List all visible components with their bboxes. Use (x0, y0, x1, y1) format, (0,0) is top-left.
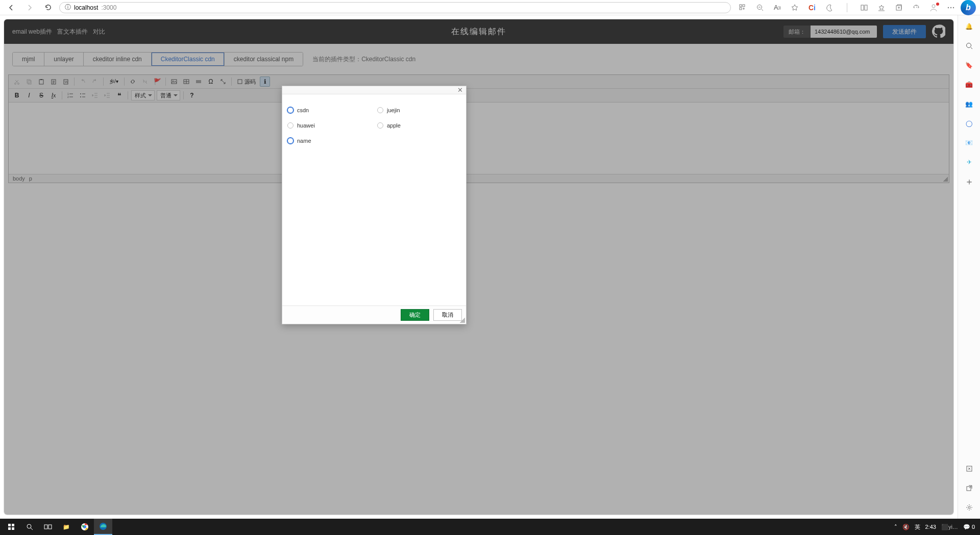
about-icon[interactable]: ? (187, 90, 197, 100)
special-char-icon[interactable]: Ω (206, 77, 216, 87)
volume-mute-icon[interactable]: 🔇 (902, 524, 910, 530)
bold-icon[interactable]: B (12, 90, 22, 100)
send-button[interactable]: 发送邮件 (883, 25, 926, 38)
split-screen-icon[interactable] (856, 1, 872, 15)
resize-grip-icon[interactable] (943, 176, 948, 182)
chrome-icon[interactable] (76, 519, 94, 535)
resize-grip-icon[interactable] (460, 318, 465, 323)
header-link[interactable]: email web插件 (12, 28, 52, 36)
outdent-icon[interactable] (90, 90, 100, 100)
site-info-icon[interactable]: ⓘ (65, 3, 71, 12)
sidebar-m365-icon[interactable]: ◯ (961, 115, 977, 132)
extension-moon-icon[interactable] (822, 1, 837, 15)
sidebar-briefcase-icon[interactable]: 🧰 (961, 77, 977, 93)
back-button[interactable] (4, 1, 18, 15)
undo-icon[interactable] (78, 77, 88, 87)
task-view-button[interactable] (39, 519, 57, 535)
forward-button[interactable] (22, 1, 37, 15)
numbered-list-icon[interactable]: 12 (65, 90, 76, 100)
radio-option-huawei[interactable]: huawei (287, 118, 371, 133)
tray-chevron-icon[interactable]: ˄ (894, 524, 897, 530)
anchor-icon[interactable]: 🚩 (152, 77, 162, 87)
unlink-icon[interactable] (140, 77, 150, 87)
profile-icon[interactable] (926, 1, 941, 15)
remove-format-icon[interactable]: Ix (48, 90, 59, 100)
radio-icon (377, 107, 383, 113)
header-link[interactable]: 富文本插件 (57, 28, 88, 36)
copy-icon[interactable] (24, 77, 34, 87)
favorite-icon[interactable] (787, 1, 802, 15)
sidebar-outlook-icon[interactable]: 📧 (961, 135, 977, 151)
more-menu-icon[interactable] (943, 1, 959, 15)
extension-c-icon[interactable]: Ci (804, 1, 820, 15)
radio-option-csdn[interactable]: csdn (287, 103, 371, 118)
sidebar-tools-icon[interactable] (961, 461, 977, 477)
paste-icon[interactable] (36, 77, 46, 87)
github-icon[interactable] (932, 24, 945, 39)
strike-icon[interactable]: S (36, 90, 46, 100)
sidebar-bell-icon[interactable]: 🔔 (961, 18, 977, 35)
reload-button[interactable] (41, 1, 55, 15)
zoom-out-icon[interactable] (752, 1, 768, 15)
sidebar-people-icon[interactable]: 👥 (961, 96, 977, 112)
tab-ckeditor-classic-npm[interactable]: ckeditor classical npm (225, 53, 303, 66)
italic-icon[interactable]: I (24, 90, 34, 100)
sidebar-send-icon[interactable]: ✈ (961, 154, 977, 170)
sidebar-add-icon[interactable]: ＋ (961, 173, 977, 190)
file-explorer-icon[interactable]: 📁 (57, 519, 76, 535)
header-link[interactable]: 对比 (93, 28, 105, 36)
hr-icon[interactable] (193, 77, 204, 87)
bing-copilot-icon[interactable] (961, 1, 976, 15)
ok-button[interactable]: 确定 (401, 309, 429, 321)
styles-select[interactable]: 样式 (131, 90, 155, 100)
radio-option-name[interactable]: name (287, 133, 371, 148)
search-button[interactable] (20, 519, 39, 535)
radio-option-juejin[interactable]: juejin (377, 103, 461, 118)
link-icon[interactable] (128, 77, 138, 87)
help-icon[interactable]: ℹ (260, 77, 270, 87)
close-icon[interactable]: ✕ (457, 87, 463, 93)
format-select[interactable]: 普通 (157, 90, 180, 100)
tab-mjml[interactable]: mjml (13, 53, 44, 66)
editor-content-area[interactable] (9, 103, 949, 174)
start-button[interactable] (2, 519, 20, 535)
edge-icon[interactable] (94, 519, 112, 535)
radio-label: huawei (297, 122, 315, 129)
tab-ckeditor-inline-cdn[interactable]: ckeditor inline cdn (84, 53, 152, 66)
sidebar-search-icon[interactable] (961, 38, 977, 54)
notification-center[interactable]: 💬0 (963, 524, 975, 530)
collections-icon[interactable] (891, 1, 906, 15)
tab-ckeditor-classic-cdn[interactable]: CkeditorClassic cdn (152, 53, 225, 66)
apps-icon[interactable] (735, 1, 750, 15)
radio-option-apple[interactable]: apple (377, 118, 461, 133)
redo-icon[interactable] (90, 77, 100, 87)
paste-text-icon[interactable] (48, 77, 59, 87)
bulleted-list-icon[interactable] (78, 90, 88, 100)
user-badge[interactable]: ⬛yi… (941, 524, 958, 530)
ime-indicator[interactable]: 英 (915, 523, 920, 531)
element-path[interactable]: p (29, 175, 32, 182)
element-path[interactable]: body (13, 175, 25, 182)
read-aloud-icon[interactable]: A)) (770, 1, 785, 15)
indent-icon[interactable] (102, 90, 112, 100)
email-field[interactable] (811, 26, 877, 38)
favorites-bar-icon[interactable] (874, 1, 889, 15)
image-icon[interactable] (169, 77, 179, 87)
table-icon[interactable] (181, 77, 191, 87)
performance-icon[interactable] (909, 1, 924, 15)
address-bar[interactable]: ⓘ localhost:3000 (59, 2, 731, 13)
sidebar-tag-icon[interactable]: 🔖 (961, 57, 977, 73)
blockquote-icon[interactable]: ❝ (114, 90, 125, 100)
svg-rect-38 (48, 525, 52, 529)
source-button[interactable]: 源码 (235, 77, 258, 87)
cut-icon[interactable] (12, 77, 22, 87)
maximize-icon[interactable] (218, 77, 228, 87)
paste-word-icon[interactable]: W (61, 77, 71, 87)
svg-rect-24 (172, 80, 177, 84)
spellcheck-icon[interactable]: 乡/▾ (107, 77, 121, 87)
tab-unlayer[interactable]: unlayer (44, 53, 83, 66)
sidebar-settings-icon[interactable] (961, 499, 977, 516)
clock[interactable]: 2:43 (925, 524, 936, 530)
sidebar-popup-icon[interactable] (961, 480, 977, 496)
cancel-button[interactable]: 取消 (433, 309, 462, 321)
